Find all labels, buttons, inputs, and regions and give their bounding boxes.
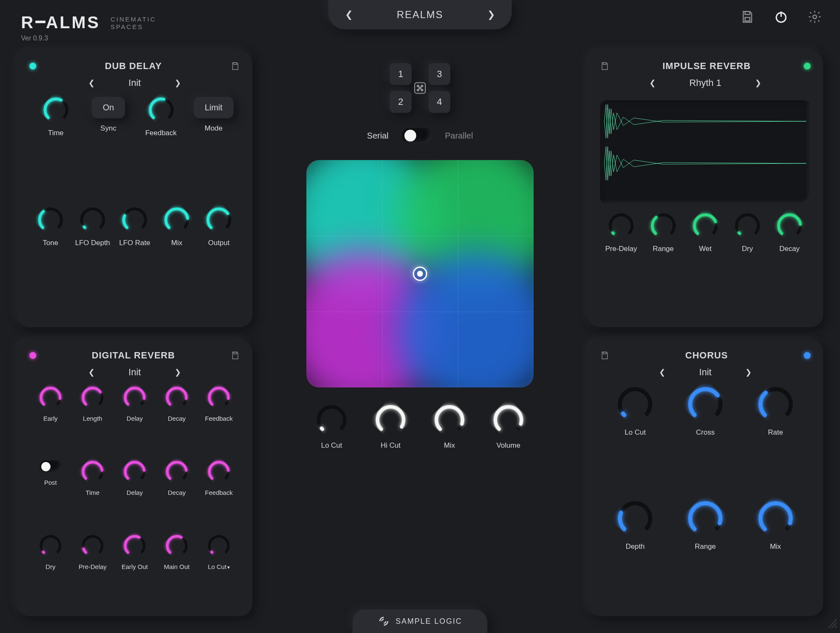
svg-rect-1	[745, 17, 750, 21]
dub-delay-preset-next[interactable]: ❯	[175, 78, 181, 88]
impulse-preset-next[interactable]: ❯	[755, 78, 761, 88]
decay-label: Decay	[168, 415, 186, 422]
sample-logic-icon	[378, 615, 390, 627]
early-knob[interactable]	[39, 386, 62, 409]
svg-point-43	[79, 458, 106, 485]
digireverb-save-icon[interactable]	[231, 351, 240, 360]
range-knob[interactable]	[650, 213, 676, 239]
svg-point-47	[163, 458, 190, 485]
delay-knob[interactable]	[123, 386, 146, 409]
output-knob[interactable]	[206, 207, 232, 233]
impulse-led[interactable]	[804, 63, 811, 69]
digireverb-led[interactable]	[29, 352, 36, 359]
lo-cut-knob[interactable]	[207, 534, 230, 557]
preset-next-button[interactable]: ❯	[487, 9, 495, 20]
svg-point-75	[421, 85, 423, 87]
digireverb-preset[interactable]: Init	[128, 367, 141, 378]
brand-text: SAMPLE LOGIC	[396, 617, 462, 626]
randomize-dice-icon[interactable]	[412, 80, 428, 96]
length-knob[interactable]	[81, 386, 104, 409]
master-mix-knob[interactable]	[434, 404, 465, 435]
slot-4[interactable]: 4	[428, 91, 450, 113]
main-out-knob[interactable]	[165, 534, 188, 557]
resize-handle-icon[interactable]	[827, 618, 837, 630]
impulse-save-icon[interactable]	[600, 61, 609, 71]
slot-2[interactable]: 2	[390, 91, 412, 113]
chorus-led[interactable]	[804, 352, 811, 359]
sync-button[interactable]: On	[92, 97, 125, 118]
master-hicut-knob[interactable]	[375, 404, 406, 435]
mix-knob[interactable]	[164, 207, 190, 233]
post-label: Post	[44, 479, 57, 486]
dub-delay-led[interactable]	[29, 63, 36, 69]
wet-knob[interactable]	[692, 213, 718, 239]
svg-point-77	[421, 89, 423, 91]
lfo-depth-knob[interactable]	[80, 207, 106, 233]
mix-knob[interactable]	[758, 500, 794, 537]
time-label: Time	[48, 129, 64, 137]
tone-knob[interactable]	[37, 207, 64, 233]
routing-slots: 1 3 2 4	[390, 63, 450, 113]
xy-cursor[interactable]	[413, 267, 427, 281]
chorus-preset[interactable]: Init	[699, 367, 711, 378]
decay-knob[interactable]	[165, 460, 188, 483]
impulse-preset-prev[interactable]: ❮	[649, 78, 656, 88]
slot-3[interactable]: 3	[428, 63, 450, 85]
xy-pad[interactable]	[306, 160, 534, 387]
version-label: Ver 0.9.3	[21, 35, 156, 42]
dub-delay-preset-prev[interactable]: ❮	[88, 78, 95, 88]
depth-knob[interactable]	[617, 500, 653, 537]
lo-cut-knob[interactable]	[617, 386, 653, 422]
settings-icon[interactable]	[806, 8, 823, 25]
early-label: Early	[43, 415, 58, 422]
feedback-knob[interactable]	[207, 460, 230, 483]
pre-delay-knob[interactable]	[81, 534, 104, 557]
decay-knob[interactable]	[776, 213, 803, 239]
svg-point-82	[372, 401, 409, 438]
chorus-preset-next[interactable]: ❯	[745, 368, 752, 377]
dry-knob[interactable]	[734, 213, 760, 239]
master-locut-knob[interactable]	[316, 404, 347, 435]
dry-label: Dry	[45, 563, 55, 570]
routing-mode-toggle[interactable]	[402, 128, 431, 143]
dub-delay-preset[interactable]: Init	[128, 77, 141, 88]
impulse-preset[interactable]: Rhyth 1	[689, 77, 721, 88]
preset-name[interactable]: REALMS	[378, 9, 462, 21]
chorus-save-icon[interactable]	[600, 351, 609, 360]
svg-point-78	[419, 87, 421, 89]
time-knob[interactable]	[81, 460, 104, 483]
svg-rect-31	[234, 352, 237, 354]
impulse-waveform[interactable]	[600, 100, 811, 204]
svg-point-84	[431, 401, 468, 438]
digireverb-preset-prev[interactable]: ❮	[88, 368, 95, 377]
post-toggle[interactable]	[40, 460, 61, 473]
rate-knob[interactable]	[758, 386, 794, 422]
delay-knob[interactable]	[123, 460, 146, 483]
preset-prev-button[interactable]: ❮	[345, 9, 353, 20]
save-icon[interactable]	[739, 8, 756, 25]
main-out-label: Main Out	[164, 563, 190, 570]
svg-point-37	[121, 384, 148, 411]
time-knob[interactable]	[43, 97, 69, 123]
svg-point-41	[205, 384, 232, 411]
master-volume-knob[interactable]	[493, 404, 524, 435]
power-icon[interactable]	[773, 8, 789, 25]
chorus-preset-prev[interactable]: ❮	[659, 368, 665, 377]
cross-knob[interactable]	[687, 386, 723, 422]
decay-label: Decay	[779, 245, 800, 253]
range-knob[interactable]	[687, 500, 723, 537]
pre-delay-knob[interactable]	[608, 213, 634, 239]
mode-button[interactable]: Limit	[194, 97, 233, 118]
early-out-knob[interactable]	[123, 534, 146, 557]
lfo-rate-knob[interactable]	[122, 207, 148, 233]
chorus-panel: CHORUS ❮ Init ❯ Lo Cut Cross Rate Dep	[587, 340, 823, 617]
digireverb-preset-next[interactable]: ❯	[175, 368, 181, 377]
decay-knob[interactable]	[165, 386, 188, 409]
feedback-knob[interactable]	[207, 386, 230, 409]
dub-delay-save-icon[interactable]	[231, 61, 240, 71]
feedback-knob[interactable]	[148, 97, 174, 123]
svg-point-4	[813, 15, 817, 19]
dry-knob[interactable]	[39, 534, 62, 557]
wet-label: Wet	[699, 245, 712, 253]
slot-1[interactable]: 1	[390, 63, 412, 85]
